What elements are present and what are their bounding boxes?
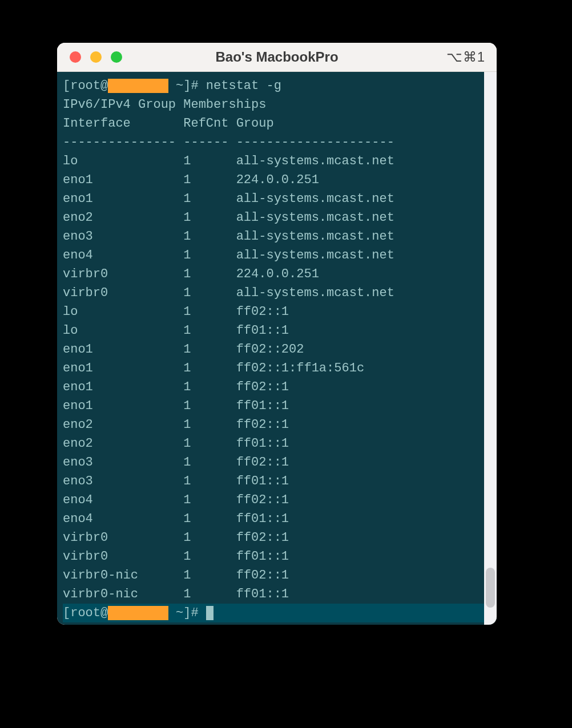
terminal-line: eno1 1 224.0.0.251 — [63, 173, 319, 187]
terminal-line: virbr0-nic 1 ff02::1 — [63, 568, 289, 583]
terminal-line: Interface RefCnt Group — [63, 116, 274, 131]
window-shortcut: ⌥⌘1 — [446, 49, 485, 65]
terminal-line: lo 1 ff02::1 — [63, 305, 289, 319]
cursor-icon — [206, 606, 214, 620]
close-icon[interactable] — [70, 51, 81, 63]
redacted-hostname — [108, 606, 168, 620]
terminal-line: eno1 1 all-systems.mcast.net — [63, 192, 394, 206]
terminal-line: eno1 1 ff02::1 — [63, 380, 289, 394]
terminal-line: lo 1 all-systems.mcast.net — [63, 154, 394, 168]
window-titlebar[interactable]: Bao's MacbookPro ⌥⌘1 — [57, 43, 497, 72]
terminal-line: IPv6/IPv4 Group Memberships — [63, 98, 266, 112]
terminal-content[interactable]: [root@ ~]# netstat -g IPv6/IPv4 Group Me… — [57, 72, 484, 625]
terminal-line: --------------- ------ -----------------… — [63, 135, 394, 149]
redacted-hostname — [108, 79, 168, 93]
terminal-line: virbr0 1 ff02::1 — [63, 531, 289, 545]
scrollbar-thumb[interactable] — [486, 568, 495, 608]
terminal-line: eno2 1 all-systems.mcast.net — [63, 211, 394, 225]
terminal-line: eno4 1 all-systems.mcast.net — [63, 248, 394, 262]
terminal-line: eno3 1 all-systems.mcast.net — [63, 229, 394, 244]
terminal-line: eno3 1 ff01::1 — [63, 474, 289, 488]
minimize-icon[interactable] — [90, 51, 102, 63]
terminal-line: eno1 1 ff02::1:ff1a:561c — [63, 361, 364, 375]
terminal-line: eno3 1 ff02::1 — [63, 455, 289, 470]
terminal-line: eno4 1 ff01::1 — [63, 512, 289, 526]
terminal-window: Bao's MacbookPro ⌥⌘1 [root@ ~]# netstat … — [57, 43, 497, 625]
terminal-line: virbr0 1 all-systems.mcast.net — [63, 286, 394, 300]
terminal-line: virbr0 1 ff01::1 — [63, 549, 289, 564]
terminal-line: lo 1 ff01::1 — [63, 323, 289, 338]
terminal-line: eno2 1 ff01::1 — [63, 436, 289, 451]
terminal-line: [root@ ~]# — [63, 604, 484, 622]
terminal-line: eno2 1 ff02::1 — [63, 418, 289, 432]
traffic-lights — [57, 51, 122, 63]
scrollbar-track[interactable] — [484, 72, 497, 625]
terminal-area: [root@ ~]# netstat -g IPv6/IPv4 Group Me… — [57, 72, 497, 625]
terminal-line: eno4 1 ff02::1 — [63, 493, 289, 507]
terminal-line: [root@ ~]# netstat -g — [63, 79, 281, 93]
zoom-icon[interactable] — [111, 51, 122, 63]
terminal-line: eno1 1 ff02::202 — [63, 342, 304, 357]
terminal-line: virbr0-nic 1 ff01::1 — [63, 587, 289, 601]
terminal-line: virbr0 1 224.0.0.251 — [63, 267, 319, 281]
terminal-line: eno1 1 ff01::1 — [63, 399, 289, 413]
window-title: Bao's MacbookPro — [57, 49, 497, 65]
